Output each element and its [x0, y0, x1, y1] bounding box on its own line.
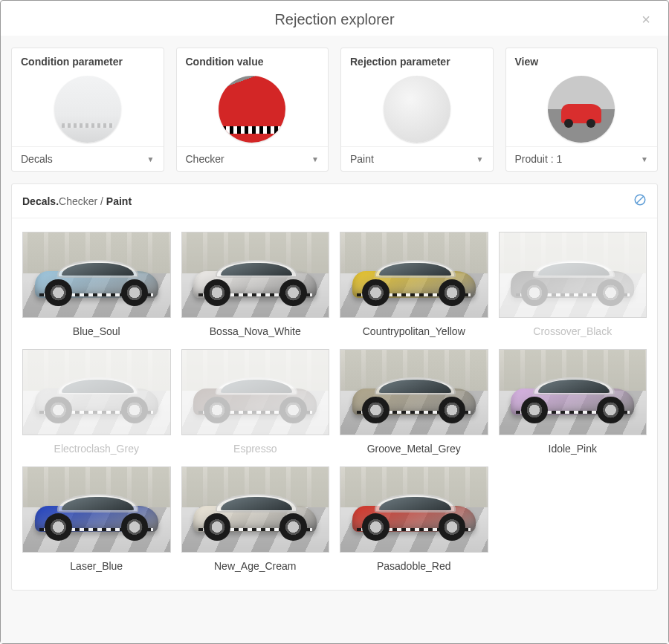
variant-label: Idole_Pink [549, 443, 597, 455]
variant-label: Countrypolitan_Yellow [363, 325, 465, 337]
breadcrumb-value: Checker [59, 195, 97, 207]
variant-cell[interactable]: Espresso [181, 349, 330, 455]
breadcrumb-param: Decals. [22, 195, 59, 207]
condition-parameter-label: Condition parameter [12, 48, 164, 72]
chevron-down-icon: ▼ [476, 155, 484, 163]
view-value: Produit : 1 [515, 153, 563, 165]
car-icon [352, 492, 476, 540]
variant-thumbnail [499, 232, 647, 318]
decals-preview-icon [54, 76, 121, 143]
variant-thumbnail [340, 232, 488, 318]
variant-cell[interactable]: Electroclash_Grey [22, 349, 171, 455]
chevron-down-icon: ▼ [147, 155, 155, 163]
car-icon [352, 375, 476, 423]
variant-label: Bossa_Nova_White [210, 325, 301, 337]
variant-thumbnail [22, 349, 171, 435]
car-icon [352, 258, 476, 305]
condition-value-label: Condition value [177, 48, 329, 72]
selector-row: Condition parameter Decals ▼ Condition v… [11, 36, 658, 183]
car-icon [193, 258, 317, 305]
variant-thumbnail [340, 466, 488, 553]
variant-label: Laser_Blue [70, 560, 123, 572]
variant-cell[interactable]: Bossa_Nova_White [181, 232, 330, 337]
car-icon [193, 375, 317, 423]
results-panel: Decals.Checker / Paint Blue_SoulBossa_No… [11, 183, 658, 591]
variant-cell[interactable]: Idole_Pink [499, 349, 647, 455]
condition-parameter-value: Decals [21, 153, 53, 165]
view-preview [506, 72, 658, 146]
variant-cell[interactable]: Blue_Soul [22, 232, 171, 337]
results-header: Decals.Checker / Paint [12, 184, 657, 218]
variant-label: Pasadoble_Red [377, 560, 451, 572]
condition-value-card: Condition value Checker ▼ [176, 48, 329, 172]
variant-thumbnail [499, 349, 647, 435]
variant-label: Electroclash_Grey [54, 443, 139, 455]
chevron-down-icon: ▼ [311, 155, 319, 163]
car-icon [511, 375, 634, 423]
rejection-parameter-value: Paint [350, 153, 374, 165]
condition-value-value: Checker [186, 153, 224, 165]
car-icon [193, 492, 317, 540]
rejection-parameter-preview [341, 72, 493, 146]
variant-label: Espresso [233, 443, 277, 455]
condition-value-dropdown[interactable]: Checker ▼ [177, 146, 329, 171]
view-label: View [506, 48, 658, 72]
modal-header: Rejection explorer × [1, 1, 668, 36]
paint-preview-icon [384, 76, 450, 143]
breadcrumb-rejection: Paint [106, 195, 132, 207]
modal-body: Condition parameter Decals ▼ Condition v… [1, 36, 668, 643]
variant-cell[interactable]: Crossover_Black [499, 232, 647, 337]
variant-cell[interactable]: Countrypolitan_Yellow [340, 232, 488, 337]
car-icon [35, 258, 158, 305]
variant-thumbnail [181, 466, 330, 553]
variant-grid: Blue_SoulBossa_Nova_WhiteCountrypolitan_… [12, 218, 657, 590]
condition-parameter-card: Condition parameter Decals ▼ [11, 48, 164, 172]
rejection-parameter-card: Rejection parameter Paint ▼ [340, 48, 494, 172]
condition-parameter-dropdown[interactable]: Decals ▼ [12, 146, 164, 171]
view-preview-icon [548, 76, 615, 143]
variant-label: Groove_Metal_Grey [367, 443, 461, 455]
variant-cell[interactable]: New_Age_Cream [181, 466, 330, 572]
condition-value-preview [177, 72, 329, 146]
variant-thumbnail [340, 349, 488, 435]
checker-preview-icon [219, 76, 285, 143]
car-icon [511, 258, 634, 305]
svg-line-1 [637, 197, 644, 204]
variant-thumbnail [181, 232, 330, 318]
chevron-down-icon: ▼ [641, 155, 648, 163]
close-button[interactable]: × [637, 11, 655, 27]
rejection-explorer-modal: Rejection explorer × Condition parameter… [0, 0, 669, 644]
modal-title: Rejection explorer [274, 11, 394, 27]
rejection-parameter-label: Rejection parameter [341, 48, 493, 72]
breadcrumb: Decals.Checker / Paint [22, 195, 132, 207]
variant-cell[interactable]: Groove_Metal_Grey [340, 349, 488, 455]
variant-label: Blue_Soul [73, 325, 120, 337]
variant-thumbnail [22, 232, 171, 318]
variant-label: New_Age_Cream [214, 560, 297, 572]
variant-cell[interactable]: Pasadoble_Red [340, 466, 488, 572]
variant-thumbnail [181, 349, 330, 435]
car-icon [35, 375, 158, 423]
reject-all-button[interactable] [633, 193, 647, 209]
car-icon [35, 492, 158, 540]
rejection-parameter-dropdown[interactable]: Paint ▼ [341, 146, 493, 171]
view-dropdown[interactable]: Produit : 1 ▼ [506, 146, 658, 171]
view-card: View Produit : 1 ▼ [505, 48, 659, 172]
breadcrumb-sep: / [97, 195, 106, 207]
ban-icon [633, 193, 647, 206]
close-icon: × [641, 11, 650, 27]
variant-label: Crossover_Black [533, 325, 612, 337]
variant-thumbnail [22, 466, 171, 553]
condition-parameter-preview [12, 72, 164, 146]
variant-cell[interactable]: Laser_Blue [22, 466, 171, 572]
